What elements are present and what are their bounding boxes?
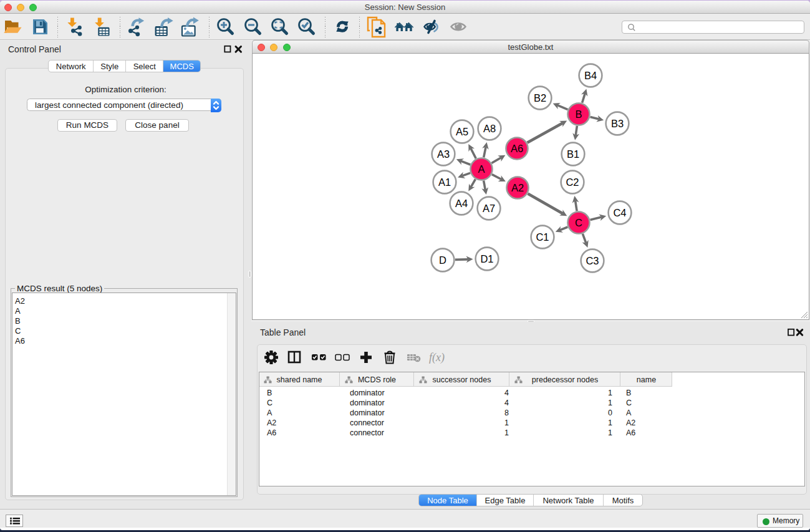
svg-text:A2: A2 <box>511 182 524 193</box>
svg-text:B: B <box>575 109 582 120</box>
svg-text:A3: A3 <box>437 148 450 160</box>
svg-text:C: C <box>575 217 582 228</box>
svg-text:A4: A4 <box>455 198 468 209</box>
svg-text:A5: A5 <box>456 126 468 137</box>
svg-text:B2: B2 <box>534 92 546 104</box>
svg-text:B1: B1 <box>567 148 579 160</box>
svg-text:A7: A7 <box>483 203 495 214</box>
svg-text:C1: C1 <box>536 231 549 243</box>
svg-text:C2: C2 <box>566 177 579 188</box>
svg-text:B3: B3 <box>611 118 624 129</box>
svg-text:A1: A1 <box>438 177 451 188</box>
svg-text:f(x): f(x) <box>429 351 445 364</box>
svg-text:A8: A8 <box>483 123 496 134</box>
svg-text:A: A <box>478 163 485 175</box>
svg-text:C3: C3 <box>586 255 599 266</box>
svg-text:A6: A6 <box>511 143 523 154</box>
svg-text:D: D <box>439 254 446 266</box>
svg-text:D1: D1 <box>480 253 493 264</box>
svg-text:C4: C4 <box>613 207 626 218</box>
svg-text:B4: B4 <box>584 70 597 81</box>
